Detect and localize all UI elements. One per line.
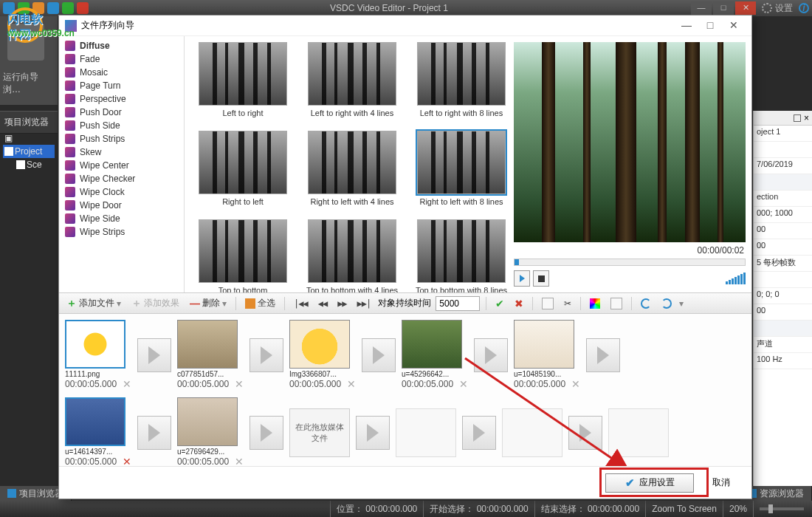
effect-item-diffuse[interactable]: Diffuse <box>59 39 184 52</box>
transition-slot[interactable] <box>250 338 283 372</box>
qa-icon-6[interactable] <box>77 2 89 14</box>
property-row[interactable]: 000; 1000 <box>754 207 812 223</box>
dialog-maximize[interactable]: □ <box>698 17 722 35</box>
property-row[interactable]: 00 <box>754 239 812 256</box>
effect-item-page-turn[interactable]: Page Turn <box>59 79 184 92</box>
preview-seekbar[interactable] <box>514 258 746 266</box>
transition-thumbnail[interactable]: Top to bottom with 8 lines <box>409 219 508 292</box>
storyboard-clip[interactable]: c077851d57...00:00:05.000✕ <box>177 320 244 390</box>
effect-item-push-side[interactable]: Push Side <box>59 119 184 132</box>
drop-placeholder[interactable]: 在此拖放媒体文件 <box>289 408 350 457</box>
delete-button[interactable]: —删除▾ <box>187 295 230 311</box>
clip-delete-icon[interactable]: ✕ <box>123 456 131 466</box>
dialog-titlebar[interactable]: 文件序列向导 — □ ✕ <box>59 16 751 36</box>
transition-thumbnail[interactable]: Top to bottom <box>190 219 295 292</box>
transition-slot[interactable] <box>356 416 390 450</box>
effect-item-skew[interactable]: Skew <box>59 145 184 159</box>
status-zoom-slider[interactable] <box>753 501 812 517</box>
tree-expand[interactable]: ▣ <box>3 131 55 145</box>
effect-item-perspective[interactable]: Perspective <box>59 92 184 106</box>
effect-item-fade[interactable]: Fade <box>59 52 184 66</box>
qa-icon-3[interactable] <box>32 2 44 14</box>
cancel-button[interactable]: 取消 <box>703 473 740 493</box>
redo-button[interactable] <box>658 297 675 310</box>
transition-slot[interactable] <box>568 416 602 450</box>
clip-delete-icon[interactable]: ✕ <box>235 378 244 390</box>
clip-delete-icon[interactable]: ✕ <box>571 378 580 390</box>
storyboard-clip[interactable]: u=14614397...00:00:05.000✕ <box>65 397 131 466</box>
effect-item-wipe-center[interactable]: Wipe Center <box>59 159 184 172</box>
settings-link[interactable]: 设置 <box>756 2 799 15</box>
transition-slot[interactable] <box>462 416 496 450</box>
stop-button[interactable] <box>533 270 549 287</box>
storyboard-clip[interactable]: u=27696429...00:00:05.000✕ <box>177 397 244 466</box>
transition-thumbnail[interactable]: Top to bottom with 4 lines <box>300 219 405 292</box>
effect-item-wipe-side[interactable]: Wipe Side <box>59 212 184 225</box>
empty-slot[interactable] <box>608 408 669 457</box>
add-effect-button[interactable]: ＋添加效果 <box>128 295 182 312</box>
qa-icon-4[interactable] <box>47 2 59 14</box>
nav-next-button[interactable]: ▶▶ <box>334 297 349 310</box>
effect-item-wipe-door[interactable]: Wipe Door <box>59 199 184 212</box>
nav-prev-button[interactable]: ◀◀ <box>315 297 330 310</box>
effect-item-wipe-checker[interactable]: Wipe Checker <box>59 172 184 185</box>
clip-delete-icon[interactable]: ✕ <box>459 378 468 390</box>
clip-delete-icon[interactable]: ✕ <box>123 378 131 390</box>
qa-icon-2[interactable] <box>18 2 30 14</box>
status-zoom[interactable]: Zoom To Screen <box>645 501 723 517</box>
preview-video[interactable] <box>514 42 746 242</box>
transition-thumbnail[interactable]: Right to left <box>190 131 295 218</box>
property-row[interactable] <box>754 174 812 191</box>
storyboard-clip[interactable]: u=10485190...00:00:05.000✕ <box>514 320 580 390</box>
panel-close-icon[interactable]: × <box>804 113 809 123</box>
transition-thumbnail[interactable]: Left to right <box>190 42 295 129</box>
dialog-close[interactable]: ✕ <box>722 17 746 35</box>
properties-button[interactable] <box>608 296 625 311</box>
property-row[interactable]: 00 <box>754 223 812 239</box>
select-all-button[interactable]: 全选 <box>242 295 278 311</box>
property-row[interactable]: 00 <box>754 304 812 321</box>
property-row[interactable]: 声道 <box>754 337 812 353</box>
qa-icon-5[interactable] <box>62 2 74 14</box>
property-row[interactable] <box>754 321 812 337</box>
apply-settings-button[interactable]: ✔ 应用设置 <box>605 473 694 493</box>
storyboard-clip[interactable]: Img3366807...00:00:05.000✕ <box>289 320 356 390</box>
clip-delete-icon[interactable]: ✕ <box>235 456 244 466</box>
empty-slot[interactable] <box>502 408 562 457</box>
minimize-button[interactable]: — <box>691 1 712 15</box>
wizard-tool-icon[interactable] <box>7 24 44 61</box>
confirm-button[interactable]: ✔ <box>492 296 507 311</box>
transition-slot[interactable] <box>586 338 620 372</box>
nav-last-button[interactable]: ▶▶| <box>354 297 374 310</box>
transition-slot[interactable] <box>474 338 508 372</box>
property-row[interactable]: 100 Hz <box>754 353 812 369</box>
effect-item-push-strips[interactable]: Push Strips <box>59 132 184 145</box>
close-button[interactable]: ✕ <box>735 1 756 15</box>
cut-button[interactable]: ✂ <box>561 297 574 310</box>
add-file-button[interactable]: ＋添加文件▾ <box>63 295 124 312</box>
play-button[interactable] <box>514 270 530 287</box>
qa-icon-1[interactable] <box>3 2 15 14</box>
color-button[interactable] <box>587 297 603 310</box>
property-row[interactable] <box>754 142 812 158</box>
transition-thumbnail[interactable]: Right to left with 4 lines <box>300 131 405 218</box>
effect-item-mosaic[interactable]: Mosaic <box>59 66 184 79</box>
volume-indicator[interactable] <box>726 273 746 284</box>
property-row[interactable] <box>754 272 812 288</box>
transition-slot[interactable] <box>250 416 283 450</box>
property-row[interactable]: 0; 0; 0 <box>754 288 812 304</box>
effect-item-push-door[interactable]: Push Door <box>59 106 184 119</box>
info-icon[interactable]: i <box>799 3 809 13</box>
undo-button[interactable] <box>638 297 654 310</box>
transition-thumbnail[interactable]: Left to right with 8 lines <box>409 42 508 129</box>
transition-effect-list[interactable]: DiffuseFadeMosaicPage TurnPerspectivePus… <box>59 36 185 292</box>
property-row[interactable]: oject 1 <box>754 126 812 142</box>
transition-slot[interactable] <box>362 338 396 372</box>
reject-button[interactable]: ✖ <box>512 296 526 311</box>
storyboard-clip[interactable]: u=45296642...00:00:05.000✕ <box>402 320 468 390</box>
transition-thumbnail[interactable]: Left to right with 4 lines <box>300 42 405 129</box>
transition-thumbnail[interactable]: Right to left with 8 lines <box>409 131 508 218</box>
property-row[interactable]: ection <box>754 191 812 207</box>
maximize-button[interactable]: □ <box>713 1 734 15</box>
transition-slot[interactable] <box>137 416 171 450</box>
